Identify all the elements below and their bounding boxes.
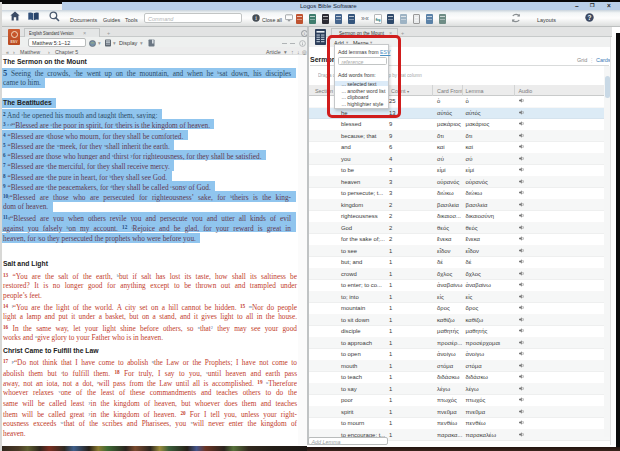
svg-text:i: i bbox=[304, 31, 306, 36]
svg-text:?: ? bbox=[588, 13, 592, 20]
